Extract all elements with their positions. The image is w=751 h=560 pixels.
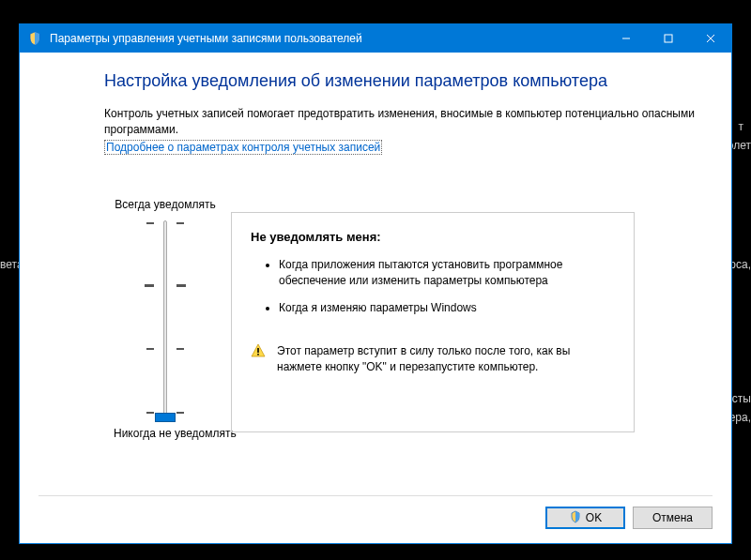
- slider-label-never: Никогда не уведомлять: [114, 427, 217, 440]
- cancel-button-label: Отмена: [652, 511, 693, 524]
- panel-title: Не уведомлять меня:: [251, 230, 615, 244]
- bullet-item: Когда я изменяю параметры Windows: [279, 300, 615, 316]
- bullet-item: Когда приложения пытаются установить про…: [279, 257, 615, 289]
- svg-rect-5: [257, 354, 259, 356]
- shield-icon: [569, 510, 582, 526]
- slider-label-always: Всегда уведомлять: [114, 198, 217, 211]
- svg-rect-1: [665, 35, 672, 42]
- uac-slider-area: Всегда уведомлять Никогда не уведомлять: [114, 198, 217, 440]
- warning-text: Этот параметр вступит в силу только посл…: [277, 343, 615, 375]
- dialog-buttons: OK Отмена: [545, 507, 713, 529]
- uac-slider[interactable]: [137, 220, 193, 417]
- separator: [38, 495, 713, 496]
- uac-settings-window: Параметры управления учетными записями п…: [19, 23, 732, 544]
- minimize-button[interactable]: [605, 24, 647, 53]
- window-title: Параметры управления учетными записями п…: [50, 32, 362, 45]
- slider-thumb[interactable]: [155, 413, 176, 422]
- svg-rect-4: [257, 348, 259, 353]
- shield-icon: [27, 31, 42, 46]
- maximize-button[interactable]: [647, 24, 689, 53]
- learn-more-link[interactable]: Подробнее о параметрах контроля учетных …: [104, 140, 382, 155]
- page-description: Контроль учетных записей помогает предот…: [104, 106, 703, 138]
- close-button[interactable]: [689, 24, 731, 53]
- content-area: Настройка уведомления об изменении парам…: [20, 53, 731, 543]
- ok-button-label: OK: [586, 511, 602, 524]
- warning-icon: [251, 343, 266, 358]
- titlebar[interactable]: Параметры управления учетными записями п…: [20, 24, 731, 53]
- bg-fragment: оса,: [729, 258, 751, 271]
- cancel-button[interactable]: Отмена: [633, 507, 713, 529]
- bg-fragment: т: [739, 120, 744, 133]
- notification-info-panel: Не уведомлять меня: Когда приложения пыт…: [231, 212, 635, 432]
- ok-button[interactable]: OK: [545, 507, 625, 529]
- page-heading: Настройка уведомления об изменении парам…: [104, 71, 703, 91]
